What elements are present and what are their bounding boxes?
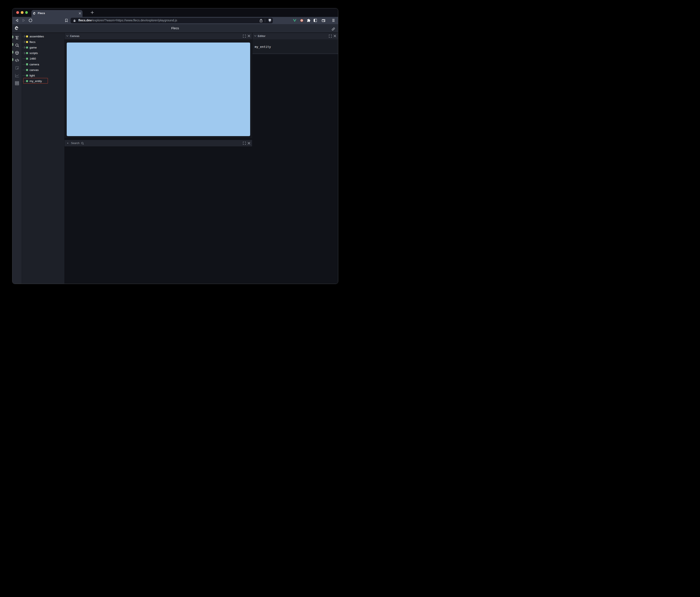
fullscreen-icon[interactable] <box>329 35 332 37</box>
close-icon[interactable] <box>248 142 250 145</box>
sidebar-toggle-icon[interactable] <box>313 17 318 24</box>
sidebar-item-code[interactable] <box>12 57 22 64</box>
tree-item-label: flecs <box>29 41 35 44</box>
fullscreen-icon[interactable] <box>243 142 246 145</box>
close-icon[interactable] <box>248 35 250 37</box>
search-panel-header[interactable]: Search <box>65 140 252 146</box>
tree-item-game[interactable]: game <box>22 45 65 50</box>
sidebar-item-rows[interactable] <box>12 79 22 87</box>
search-icon <box>15 43 19 47</box>
entity-color-square <box>26 41 28 43</box>
forward-button[interactable] <box>22 17 26 24</box>
minimize-window-button[interactable] <box>21 11 24 14</box>
lock-icon <box>73 19 76 22</box>
link-icon[interactable] <box>332 27 335 31</box>
sidebar-item-chart[interactable] <box>12 72 22 79</box>
plus-icon <box>91 11 94 14</box>
forward-arrow-icon <box>22 19 25 22</box>
browser-toolbar: flecs.dev/explorer/?wasm=https://www.fle… <box>12 17 338 24</box>
expand-chevron-icon[interactable] <box>24 35 25 37</box>
expand-chevron-icon[interactable] <box>24 46 25 49</box>
search-icon <box>81 142 84 145</box>
entity-tree: assembliesflecsgamescripts1460cameracanv… <box>22 33 65 84</box>
tree-item-label: game <box>29 46 37 49</box>
editor-panel-header[interactable]: Editor <box>252 33 338 39</box>
extensions-puzzle-icon[interactable] <box>307 17 311 24</box>
urlbar-divider <box>265 19 265 22</box>
wallet-icon[interactable] <box>321 17 326 24</box>
entity-color-square <box>26 35 28 37</box>
tree-item-label: canvas <box>29 68 39 72</box>
entity-color-square <box>26 47 28 49</box>
editor-content[interactable]: my_entity <box>255 45 271 49</box>
tree-item-my_entity[interactable]: my_entity <box>22 78 65 84</box>
tree-item-canvas[interactable]: canvas <box>22 67 65 73</box>
bookmark-glyph-icon <box>65 19 68 22</box>
hexagon-glyph-icon <box>300 19 303 22</box>
back-button[interactable] <box>15 17 19 24</box>
active-indicator <box>12 43 13 46</box>
tree-item-light[interactable]: light <box>22 73 65 78</box>
tree-item-camera[interactable]: camera <box>22 61 65 67</box>
sidebar-item-tree[interactable] <box>12 34 22 41</box>
active-indicator <box>12 51 13 54</box>
sidebar-item-search[interactable] <box>12 42 22 49</box>
extension-hexagon-icon[interactable] <box>300 17 304 24</box>
tree-guide-line <box>22 58 26 59</box>
tab-favicon-flecs-logo <box>33 12 36 15</box>
canvas-panel: Canvas <box>65 33 252 138</box>
tree-guide-line <box>22 64 26 64</box>
close-window-button[interactable] <box>16 11 19 14</box>
tree-item-1460[interactable]: 1460 <box>22 56 65 61</box>
tree-item-label: 1460 <box>29 57 36 60</box>
tab-close-icon[interactable] <box>78 11 82 16</box>
app-header: Flecs <box>12 24 338 32</box>
tree-guide-line <box>22 75 26 76</box>
url-bar[interactable]: flecs.dev/explorer/?wasm=https://www.fle… <box>71 18 273 23</box>
chevron-down-icon <box>254 35 256 37</box>
tree-item-assemblies[interactable]: assemblies <box>22 33 65 39</box>
menu-icon[interactable] <box>331 17 336 24</box>
chart-icon <box>15 74 19 77</box>
extension-vue-icon[interactable] <box>293 17 297 24</box>
entity-tree-panel: assembliesflecsgamescripts1460cameracanv… <box>22 33 65 284</box>
tree-icon <box>15 36 19 40</box>
entity-color-square <box>26 69 28 71</box>
app-sidebar <box>12 33 22 284</box>
rows-icon <box>15 81 19 85</box>
zoom-window-button[interactable] <box>25 11 28 14</box>
fullscreen-icon[interactable] <box>243 35 246 37</box>
tree-item-scripts[interactable]: scripts <box>22 50 65 56</box>
sidebar-item-entities[interactable] <box>12 49 22 56</box>
sidebar-item-inspect[interactable] <box>12 64 22 72</box>
code-icon <box>15 59 19 62</box>
tree-guide-line <box>22 70 26 70</box>
sidebar-panel-icon <box>314 19 317 22</box>
search-panel: Search <box>65 140 252 146</box>
close-x-icon <box>79 12 81 15</box>
bookmark-icon[interactable] <box>64 17 69 24</box>
search-panel-title: Search <box>71 142 79 145</box>
reload-icon <box>29 19 32 22</box>
browser-window: Flecs <box>12 8 338 284</box>
share-icon[interactable] <box>260 19 262 22</box>
tab-bar: Flecs <box>12 8 338 17</box>
reload-button[interactable] <box>28 17 32 24</box>
editor-resize-handle[interactable] <box>252 53 338 54</box>
tree-item-flecs[interactable]: flecs <box>22 39 65 45</box>
editor-panel-title: Editor <box>258 35 266 37</box>
expand-chevron-icon[interactable] <box>24 52 25 54</box>
close-icon[interactable] <box>333 35 336 37</box>
collapsed-bullet-icon <box>67 143 68 144</box>
link-glyph-icon <box>332 27 335 31</box>
render-canvas[interactable] <box>67 43 250 136</box>
canvas-panel-header[interactable]: Canvas <box>65 33 252 39</box>
entity-color-square <box>26 52 28 54</box>
lock-glyph-icon <box>73 19 76 22</box>
browser-tab[interactable]: Flecs <box>31 10 82 17</box>
tree-item-label: scripts <box>29 52 38 55</box>
new-tab-button[interactable] <box>91 11 94 15</box>
editor-panel: Editor my_entity <box>252 33 338 54</box>
expand-chevron-icon[interactable] <box>24 41 25 43</box>
brave-shield-icon[interactable] <box>268 18 272 22</box>
